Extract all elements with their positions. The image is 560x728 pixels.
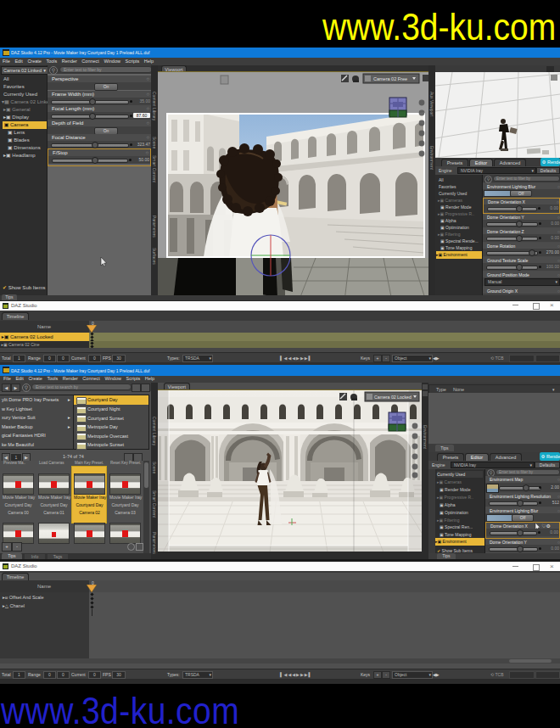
svg-text:Camera 02 Free: Camera 02 Free	[373, 76, 407, 81]
svg-text:Camera 02 Locked: Camera 02 Locked	[374, 395, 412, 400]
